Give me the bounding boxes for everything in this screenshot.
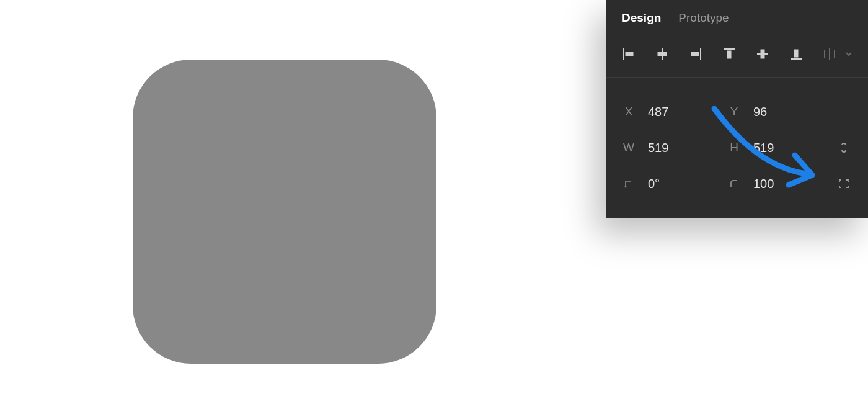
align-left-icon[interactable] bbox=[622, 46, 636, 62]
independent-corners-icon[interactable] bbox=[836, 176, 852, 192]
design-panel: Design Prototype X bbox=[606, 0, 868, 218]
svg-rect-5 bbox=[691, 52, 699, 56]
align-horizontal-center-icon[interactable] bbox=[655, 46, 669, 62]
transform-properties: X Y W H bbox=[606, 78, 868, 218]
svg-rect-9 bbox=[761, 50, 764, 58]
svg-rect-1 bbox=[626, 52, 633, 56]
size-row: W H bbox=[622, 130, 852, 166]
svg-rect-3 bbox=[658, 52, 666, 56]
align-bottom-icon[interactable] bbox=[789, 46, 803, 62]
h-label: H bbox=[727, 141, 741, 155]
align-right-icon[interactable] bbox=[689, 46, 702, 62]
w-label: W bbox=[622, 141, 636, 155]
svg-rect-11 bbox=[794, 50, 798, 57]
more-align-options-icon[interactable] bbox=[845, 46, 852, 62]
align-top-icon[interactable] bbox=[722, 46, 736, 62]
rotation-corner-row bbox=[622, 166, 852, 202]
corner-radius-input[interactable] bbox=[753, 177, 797, 191]
svg-point-15 bbox=[625, 186, 627, 188]
rotation-input[interactable] bbox=[648, 177, 691, 191]
position-row: X Y bbox=[622, 94, 852, 130]
x-input[interactable] bbox=[648, 105, 691, 119]
panel-tabs: Design Prototype bbox=[606, 0, 868, 36]
tab-prototype[interactable]: Prototype bbox=[678, 11, 728, 25]
align-vertical-center-icon[interactable] bbox=[756, 46, 769, 62]
svg-rect-7 bbox=[727, 51, 731, 58]
h-input[interactable] bbox=[753, 141, 797, 155]
corner-radius-icon bbox=[727, 179, 741, 189]
x-label: X bbox=[622, 105, 636, 119]
tab-design[interactable]: Design bbox=[622, 11, 661, 25]
y-label: Y bbox=[727, 105, 741, 119]
selected-shape[interactable] bbox=[133, 60, 436, 364]
alignment-row bbox=[606, 36, 868, 78]
distribute-spacing-icon[interactable] bbox=[823, 46, 836, 62]
w-input[interactable] bbox=[648, 141, 691, 155]
rotation-icon bbox=[622, 179, 636, 189]
constrain-proportions-icon[interactable] bbox=[836, 140, 852, 156]
y-input[interactable] bbox=[753, 105, 797, 119]
